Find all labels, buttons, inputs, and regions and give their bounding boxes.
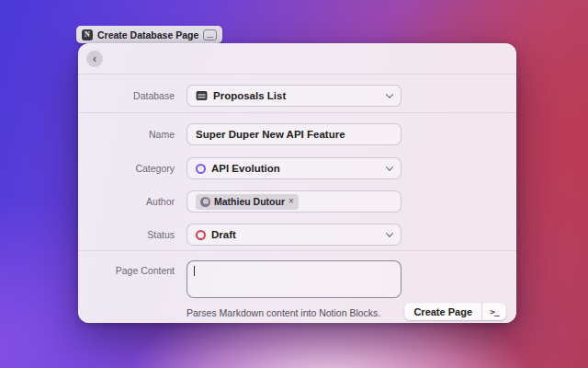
category-dropdown[interactable]: API Evolution: [187, 157, 401, 179]
create-database-page-window: ‹ Database Proposals List Name Super Dup…: [78, 43, 516, 323]
status-row: Status Draft: [78, 224, 516, 246]
name-input[interactable]: Super Duper New API Feature: [187, 123, 401, 145]
section-divider: [78, 112, 516, 113]
author-tag-field[interactable]: Mathieu Dutour ×: [187, 190, 401, 213]
create-page-button-label: Create Page: [404, 306, 481, 317]
author-row: Author Mathieu Dutour ×: [78, 190, 516, 213]
database-row: Database Proposals List: [78, 85, 516, 107]
status-dropdown[interactable]: Draft: [187, 224, 401, 246]
chevron-down-icon: [386, 90, 393, 98]
text-caret: [194, 266, 195, 276]
database-value: Proposals List: [213, 90, 286, 101]
author-tag-name: Mathieu Dutour: [214, 196, 285, 207]
chevron-down-icon: [386, 229, 393, 236]
command-pill-title: Create Database Page: [97, 29, 198, 40]
database-icon: [196, 90, 208, 101]
database-label: Database: [78, 85, 175, 107]
back-chevron-icon: ‹: [93, 53, 96, 64]
author-label: Author: [78, 190, 175, 213]
name-label: Name: [78, 123, 175, 145]
category-value: API Evolution: [211, 163, 280, 174]
status-ring-icon: [196, 230, 206, 240]
category-row: Category API Evolution: [78, 157, 516, 179]
enter-key-icon: >_: [482, 306, 506, 316]
chevron-down-icon: [386, 163, 393, 170]
page-content-textarea[interactable]: [187, 260, 401, 298]
database-dropdown[interactable]: Proposals List: [187, 85, 401, 107]
status-value: Draft: [211, 229, 236, 240]
command-pill[interactable]: N Create Database Page: [76, 26, 222, 43]
category-ring-icon: [196, 164, 206, 174]
name-row: Name Super Duper New API Feature: [78, 123, 516, 145]
avatar-icon: [200, 197, 210, 207]
window-header: ‹: [78, 43, 516, 75]
hotkey-icon[interactable]: [203, 29, 217, 40]
back-button[interactable]: ‹: [86, 51, 103, 67]
footer-hint: Parses Markdown content into Notion Bloc…: [187, 307, 380, 318]
category-label: Category: [78, 157, 175, 179]
create-page-button[interactable]: Create Page >_: [404, 303, 506, 320]
section-divider: [78, 250, 516, 251]
remove-tag-icon[interactable]: ×: [288, 197, 294, 206]
status-label: Status: [78, 224, 175, 246]
name-value: Super Duper New API Feature: [196, 129, 345, 140]
author-tag[interactable]: Mathieu Dutour ×: [196, 194, 299, 210]
page-content-label: Page Content: [78, 265, 175, 276]
notion-icon: N: [82, 29, 93, 40]
